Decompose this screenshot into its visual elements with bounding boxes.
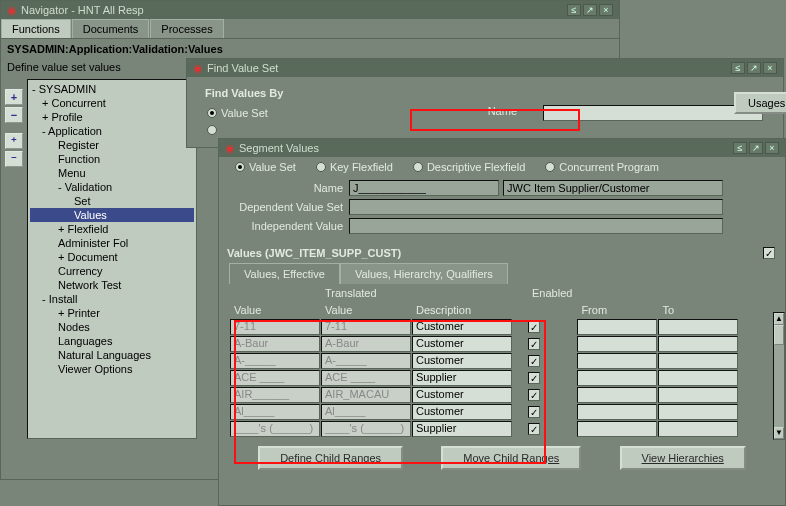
- tree-node[interactable]: Nodes: [30, 320, 194, 334]
- usages-button[interactable]: Usages: [734, 92, 786, 114]
- tree-node[interactable]: Menu: [30, 166, 194, 180]
- table-row[interactable]: ACE ____ACE ____Supplier✓: [230, 370, 751, 386]
- tab-documents[interactable]: Documents: [72, 19, 150, 38]
- tree-node[interactable]: Register: [30, 138, 194, 152]
- seg-name-input-1[interactable]: J___________: [349, 180, 499, 196]
- scroll-thumb[interactable]: [774, 325, 784, 345]
- row-enabled-checkbox[interactable]: ✓: [528, 406, 540, 418]
- find-titlebar[interactable]: ◉ Find Value Set ≤ ↗ ×: [187, 59, 783, 77]
- cell-from[interactable]: [577, 353, 657, 369]
- table-row[interactable]: A-BaurA-BaurCustomer✓: [230, 336, 751, 352]
- seg-titlebar[interactable]: ◉ Segment Values ≤ ↗ ×: [219, 139, 785, 157]
- nav-maximize-icon[interactable]: ↗: [583, 4, 597, 16]
- values-master-checkbox[interactable]: ✓: [763, 247, 775, 259]
- radio-concurrent-program[interactable]: Concurrent Program: [545, 161, 659, 173]
- tree-node[interactable]: Natural Languages: [30, 348, 194, 362]
- table-row[interactable]: 7-117-11Customer✓: [230, 319, 751, 335]
- seg-close-icon[interactable]: ×: [765, 142, 779, 154]
- cell-translated-value[interactable]: ACE ____: [321, 370, 411, 386]
- cell-from[interactable]: [577, 336, 657, 352]
- row-enabled-checkbox[interactable]: ✓: [528, 338, 540, 350]
- cell-value[interactable]: ACE ____: [230, 370, 320, 386]
- tree-node[interactable]: Function: [30, 152, 194, 166]
- tree-node[interactable]: - Validation: [30, 180, 194, 194]
- tree-node[interactable]: + Profile: [30, 110, 194, 124]
- cell-description[interactable]: Customer: [412, 404, 512, 420]
- cell-translated-value[interactable]: ____'s (______): [321, 421, 411, 437]
- cell-value[interactable]: ____'s (______): [230, 421, 320, 437]
- expand-button[interactable]: +: [5, 89, 23, 105]
- cell-to[interactable]: [658, 353, 738, 369]
- find-minimize-icon[interactable]: ≤: [731, 62, 745, 74]
- tree-node[interactable]: + Printer: [30, 306, 194, 320]
- cell-from[interactable]: [577, 387, 657, 403]
- cell-translated-value[interactable]: A-_____: [321, 353, 411, 369]
- tab-processes[interactable]: Processes: [150, 19, 223, 38]
- table-row[interactable]: AIR______AIR_MACAUCustomer✓: [230, 387, 751, 403]
- tree-node[interactable]: Languages: [30, 334, 194, 348]
- cell-to[interactable]: [658, 404, 738, 420]
- tree-node[interactable]: - Install: [30, 292, 194, 306]
- tab-values-hierarchy[interactable]: Values, Hierarchy, Qualifiers: [340, 263, 508, 284]
- tree-node[interactable]: - Application: [30, 124, 194, 138]
- cell-translated-value[interactable]: Al_____: [321, 404, 411, 420]
- tree-node[interactable]: Viewer Options: [30, 362, 194, 376]
- cell-description[interactable]: Customer: [412, 336, 512, 352]
- collapse-all-button[interactable]: ⁻: [5, 151, 23, 167]
- cell-value[interactable]: A-_____: [230, 353, 320, 369]
- grid-vertical-scrollbar[interactable]: ▲ ▼: [773, 312, 785, 440]
- nav-close-icon[interactable]: ×: [599, 4, 613, 16]
- collapse-button[interactable]: −: [5, 107, 23, 123]
- seg-minimize-icon[interactable]: ≤: [733, 142, 747, 154]
- cell-description[interactable]: Customer: [412, 387, 512, 403]
- row-enabled-checkbox[interactable]: ✓: [528, 423, 540, 435]
- view-hierarchies-button[interactable]: View Hierarchies: [620, 446, 746, 470]
- nav-minimize-icon[interactable]: ≤: [567, 4, 581, 16]
- row-enabled-checkbox[interactable]: ✓: [528, 372, 540, 384]
- cell-translated-value[interactable]: A-Baur: [321, 336, 411, 352]
- tree-node[interactable]: Currency: [30, 264, 194, 278]
- cell-from[interactable]: [577, 404, 657, 420]
- radio-value-set-find[interactable]: Value Set: [207, 105, 268, 121]
- row-enabled-checkbox[interactable]: ✓: [528, 389, 540, 401]
- cell-to[interactable]: [658, 387, 738, 403]
- cell-translated-value[interactable]: AIR_MACAU: [321, 387, 411, 403]
- expand-all-button[interactable]: ⁺: [5, 133, 23, 149]
- tree-node[interactable]: Set: [30, 194, 194, 208]
- tree-node[interactable]: + Concurrent: [30, 96, 194, 110]
- cell-to[interactable]: [658, 370, 738, 386]
- tab-functions[interactable]: Functions: [1, 19, 71, 38]
- seg-iv-input[interactable]: [349, 218, 723, 234]
- find-maximize-icon[interactable]: ↗: [747, 62, 761, 74]
- cell-from[interactable]: [577, 319, 657, 335]
- table-row[interactable]: A-_____A-_____Customer✓: [230, 353, 751, 369]
- cell-translated-value[interactable]: 7-11: [321, 319, 411, 335]
- seg-maximize-icon[interactable]: ↗: [749, 142, 763, 154]
- tree-node[interactable]: Network Test: [30, 278, 194, 292]
- cell-description[interactable]: Supplier: [412, 370, 512, 386]
- cell-description[interactable]: Supplier: [412, 421, 512, 437]
- tab-values-effective[interactable]: Values, Effective: [229, 263, 340, 284]
- cell-to[interactable]: [658, 421, 738, 437]
- scroll-up-icon[interactable]: ▲: [774, 313, 784, 325]
- move-child-ranges-button[interactable]: Move Child Ranges: [441, 446, 581, 470]
- table-row[interactable]: Al_____Al_____Customer✓: [230, 404, 751, 420]
- find-name-input[interactable]: [543, 105, 763, 121]
- cell-from[interactable]: [577, 421, 657, 437]
- tree-node[interactable]: + Flexfield: [30, 222, 194, 236]
- define-child-ranges-button[interactable]: Define Child Ranges: [258, 446, 403, 470]
- cell-description[interactable]: Customer: [412, 353, 512, 369]
- radio-key-flexfield[interactable]: Key Flexfield: [316, 161, 393, 173]
- scroll-down-icon[interactable]: ▼: [774, 427, 784, 439]
- cell-description[interactable]: Customer: [412, 319, 512, 335]
- cell-to[interactable]: [658, 336, 738, 352]
- row-enabled-checkbox[interactable]: ✓: [528, 321, 540, 333]
- radio-find-2[interactable]: [207, 125, 217, 135]
- radio-value-set[interactable]: Value Set: [235, 161, 296, 173]
- cell-value[interactable]: Al_____: [230, 404, 320, 420]
- radio-descriptive-flexfield[interactable]: Descriptive Flexfield: [413, 161, 525, 173]
- row-enabled-checkbox[interactable]: ✓: [528, 355, 540, 367]
- tree-node[interactable]: Values: [30, 208, 194, 222]
- navigator-tree[interactable]: - SYSADMIN+ Concurrent+ Profile- Applica…: [27, 79, 197, 439]
- tree-node[interactable]: + Document: [30, 250, 194, 264]
